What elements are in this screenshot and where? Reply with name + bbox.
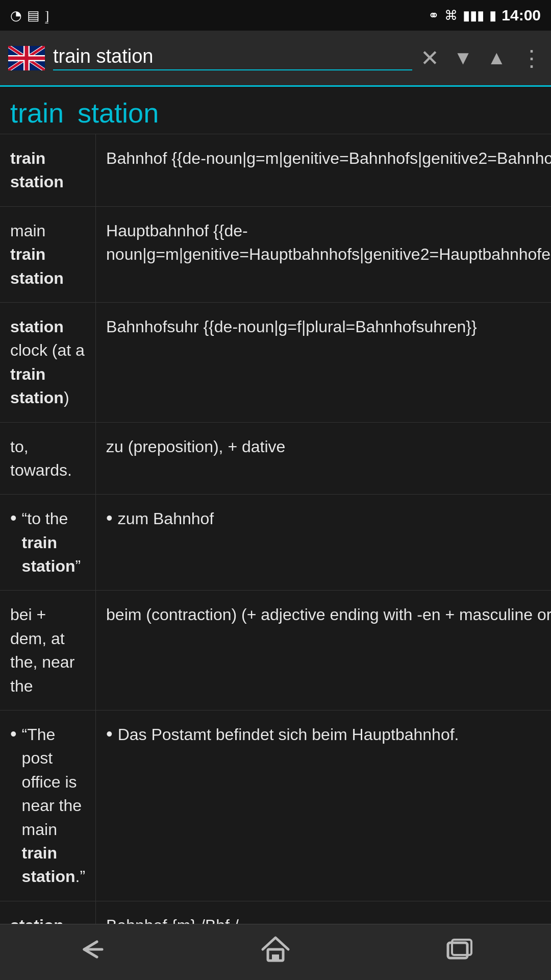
recents-button[interactable] — [429, 932, 490, 973]
right-cell: zu (preposition), + dative — [96, 422, 551, 495]
main-heading: train station — [0, 87, 551, 134]
status-right-icons: ⚭ ⌘ ▮▮▮ ▮ 14:00 — [428, 7, 541, 24]
home-button[interactable] — [245, 932, 306, 973]
scroll-up-button[interactable]: ▲ — [487, 47, 506, 69]
table-row: train station Bahnhof {{de-noun|g=m|geni… — [0, 134, 551, 206]
table-row: main train station Hauptbahnhof {{de-nou… — [0, 206, 551, 302]
right-cell: beim (contraction) (+ adjective ending w… — [96, 591, 551, 710]
battery-icon: ▮ — [489, 8, 496, 23]
bullet-translation: zum Bahnhof — [118, 507, 214, 530]
left-cell: station clock (at a train station) — [0, 302, 96, 422]
table-row: • “to the train station” • zum Bahnhof — [0, 495, 551, 591]
bluetooth-icon: ⚭ — [428, 8, 439, 23]
left-cell: to, towards. — [0, 422, 96, 495]
bullet-text: “The post office is near the main train … — [22, 723, 85, 889]
right-cell: Bahnhofsuhr {{de-noun|g=f|plural=Bahnhof… — [96, 302, 551, 422]
back-button[interactable] — [61, 932, 122, 973]
bullet-translation: Das Postamt befindet sich beim Hauptbahn… — [118, 723, 459, 746]
search-input[interactable] — [53, 45, 412, 70]
status-left-icons: ◔ ▤ ⦌ — [10, 8, 49, 23]
sim-icon: ▤ — [27, 8, 40, 23]
right-cell: Bahnhof {{de-noun|g=m|genitive=Bahnhofs|… — [96, 134, 551, 206]
clear-button[interactable]: ✕ — [420, 45, 439, 71]
scroll-down-button[interactable]: ▼ — [454, 47, 473, 69]
right-cell: Hauptbahnhof {{de-noun|g=m|genitive=Haup… — [96, 206, 551, 302]
recents-icon — [444, 937, 474, 968]
bullet-dot: • — [106, 507, 113, 529]
home-icon — [260, 935, 291, 969]
left-cell: bei + dem, at the, near the — [0, 591, 96, 710]
status-bar: ◔ ▤ ⦌ ⚭ ⌘ ▮▮▮ ▮ 14:00 — [0, 0, 551, 31]
table-row: to, towards. zu (preposition), + dative — [0, 422, 551, 495]
bullet-dot: • — [10, 507, 17, 529]
signal-icon: ▮▮▮ — [463, 8, 484, 23]
status-time: 14:00 — [502, 7, 541, 24]
left-cell: • “to the train station” — [0, 495, 96, 591]
left-cell: main train station — [0, 206, 96, 302]
bullet-text: “to the train station” — [22, 507, 85, 578]
table-row: bei + dem, at the, near the beim (contra… — [0, 591, 551, 710]
svg-rect-2 — [272, 954, 279, 961]
heading-word2-link[interactable]: station — [78, 97, 159, 128]
wifi-icon: ⌘ — [444, 8, 458, 23]
dictionary-table: train station Bahnhof {{de-noun|g=m|geni… — [0, 134, 551, 980]
bottom-nav — [0, 924, 551, 980]
heading-word1-link[interactable]: train — [10, 97, 64, 128]
search-actions: ✕ ▼ ▲ ⋮ — [420, 45, 543, 71]
right-cell: • Das Postamt befindet sich beim Hauptba… — [96, 710, 551, 901]
back-icon — [77, 937, 107, 968]
table-row: • “The post office is near the main trai… — [0, 710, 551, 901]
left-cell: • “The post office is near the main trai… — [0, 710, 96, 901]
bold-term: train station — [10, 149, 64, 191]
menu-button[interactable]: ⋮ — [520, 45, 543, 71]
bullet-dot: • — [106, 723, 113, 745]
table-row: station clock (at a train station) Bahnh… — [0, 302, 551, 422]
right-cell: • zum Bahnhof — [96, 495, 551, 591]
bullet-dot: • — [10, 723, 17, 745]
search-bar: ✕ ▼ ▲ ⋮ — [0, 31, 551, 87]
g-icon: ◔ — [10, 8, 22, 23]
left-cell: train station — [0, 134, 96, 206]
bars-icon: ⦌ — [45, 8, 49, 23]
uk-flag-icon — [8, 46, 45, 70]
